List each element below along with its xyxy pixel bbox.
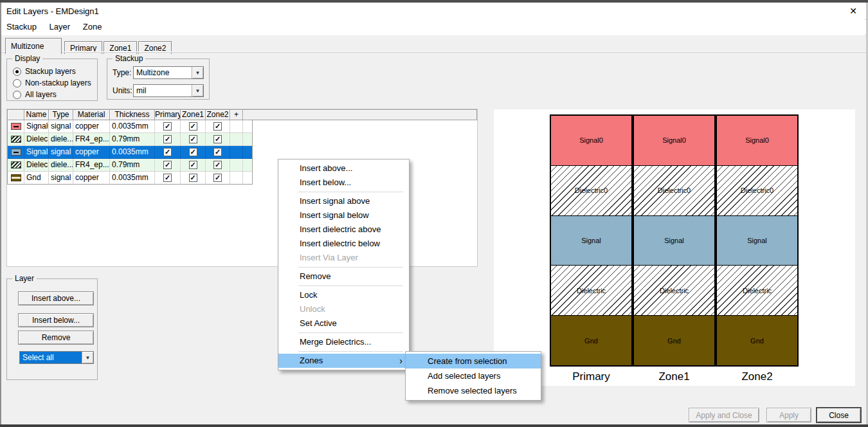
chevron-down-icon[interactable]: ▼ [82,352,93,363]
display-groupbox: Display Stackup layers Non-stackup layer… [6,59,98,101]
insert-above-button[interactable]: Insert above... [18,291,94,305]
menu-item-lock[interactable]: Lock [278,288,409,302]
menu-stackup[interactable]: Stackup [1,20,42,32]
primary-checkbox[interactable]: ✓ [163,135,172,143]
stackup-units-select[interactable]: mil ▼ [133,84,204,97]
tab-multizone[interactable]: Multizone [5,38,62,54]
select-all-dropdown[interactable]: Select all ▼ [19,351,94,364]
preview-layer-signal0: Signal0 [717,116,797,165]
stackup-type-select[interactable]: Multizone ▼ [133,66,204,79]
display-group-label: Display [12,54,42,63]
menu-item-insert-dielectric-below[interactable]: Insert dielectric below [278,237,409,251]
preview-layer-gnd: Gnd [717,315,797,365]
header-zone2[interactable]: Zone2 [206,110,230,120]
header-add-zone[interactable]: + [230,110,243,120]
close-icon[interactable]: ✕ [849,6,857,16]
header-type[interactable]: Type [49,110,73,120]
chevron-down-icon[interactable]: ▼ [192,85,203,96]
zone1-checkbox[interactable]: ✓ [189,135,197,143]
header-swatch-column[interactable] [8,110,24,120]
zone1-checkbox[interactable]: ✓ [189,161,197,169]
menu-item-remove[interactable]: Remove [278,269,409,284]
layer-context-menu: Insert above... Insert below... Insert s… [278,159,410,370]
cell-name: Dielec... [24,133,49,146]
zone-label-zone2: Zone2 [716,370,799,383]
signal-layer-swatch-icon [11,149,21,156]
cell-thickness: 0.0035mm [110,120,155,133]
table-row-dielectric[interactable]: Dielec... diele... FR4_ep... 0.79mm ✓ ✓ … [8,159,253,172]
tab-zone1[interactable]: Zone1 [104,41,137,54]
primary-checkbox[interactable]: ✓ [163,174,172,182]
header-filler [243,110,477,120]
radio-stackup-layers[interactable]: Stackup layers [7,66,97,77]
menu-item-insert-dielectric-above[interactable]: Insert dielectric above [278,223,409,237]
menu-item-insert-via-layer: Insert Via Layer [278,251,409,265]
menu-item-insert-signal-below[interactable]: Insert signal below [278,208,409,223]
menu-item-create-from-selection[interactable]: Create from selection [406,354,541,368]
cell-name: Signal [24,146,49,159]
chevron-down-icon[interactable]: ▼ [192,67,203,78]
header-zone1[interactable]: Zone1 [181,110,206,120]
menu-item-set-active[interactable]: Set Active [278,316,409,331]
preview-layer-dielectric0: Dielectric0 [551,165,631,215]
radio-non-stackup-layers[interactable]: Non-stackup layers [7,77,97,89]
zone1-checkbox[interactable]: ✓ [189,122,197,131]
preview-layer-dielectric: Dielectric [634,265,714,315]
table-row-signal0[interactable]: Signal0 signal copper 0.0035mm ✓ ✓ ✓ [8,120,253,133]
menu-separator [298,267,403,268]
cell-material: copper [73,146,110,159]
preview-layer-gnd: Gnd [551,315,631,365]
menu-item-insert-below[interactable]: Insert below... [278,176,409,190]
menu-item-remove-selected-layers[interactable]: Remove selected layers [406,383,541,398]
zone-label-zone1: Zone1 [633,370,716,383]
insert-below-button[interactable]: Insert below... [18,313,94,327]
menu-layer[interactable]: Layer [44,20,76,32]
gnd-layer-swatch-icon [11,174,21,181]
primary-checkbox[interactable]: ✓ [163,122,172,131]
stackup-preview-panel: Signal0 Dielectric0 Signal Dielectric Gn… [494,109,855,386]
zone2-checkbox[interactable]: ✓ [213,135,222,143]
preview-column-zone1: Signal0 Dielectric0 Signal Dielectric Gn… [633,114,716,367]
primary-checkbox[interactable]: ✓ [163,148,172,156]
table-row-dielectric0[interactable]: Dielec... diele... FR4_ep... 0.79mm ✓ ✓ … [8,133,253,146]
header-primary[interactable]: Primary [155,110,181,120]
zone1-checkbox[interactable]: ✓ [189,148,197,156]
menu-zone[interactable]: Zone [78,20,107,32]
zone2-checkbox[interactable]: ✓ [213,122,222,131]
cell-material: FR4_ep... [73,133,110,146]
close-button[interactable]: Close [816,407,862,423]
header-thickness[interactable]: Thickness [110,110,155,120]
titlebar: Edit Layers - EMDesign1 ✕ [1,3,866,19]
cell-type: diele... [49,133,73,146]
menu-item-insert-above[interactable]: Insert above... [278,161,409,176]
zone1-checkbox[interactable]: ✓ [189,174,197,182]
remove-button[interactable]: Remove [18,331,94,345]
stackup-type-value: Multizone [134,68,192,77]
window-title: Edit Layers - EMDesign1 [6,6,99,16]
preview-layer-gnd: Gnd [634,315,714,365]
primary-checkbox[interactable]: ✓ [163,161,172,169]
table-row-signal-selected[interactable]: Signal signal copper 0.0035mm ✓ ✓ ✓ [8,146,253,159]
menu-item-merge-dielectrics[interactable]: Merge Dielectrics... [278,335,409,349]
table-row-gnd[interactable]: Gnd signal copper 0.0035mm ✓ ✓ ✓ [8,172,253,185]
tab-zone2[interactable]: Zone2 [138,41,172,54]
zone2-checkbox[interactable]: ✓ [213,148,222,156]
cell-thickness: 0.79mm [110,133,155,146]
cell-type: diele... [49,159,73,172]
menu-item-zones[interactable]: Zones › [278,354,409,368]
menu-item-add-selected-layers[interactable]: Add selected layers [406,368,541,383]
radio-unselected-icon[interactable] [13,79,21,87]
type-label: Type: [113,68,131,77]
radio-unselected-icon[interactable] [13,91,21,99]
zone2-checkbox[interactable]: ✓ [213,161,222,169]
menu-item-unlock: Unlock [278,302,409,316]
menu-item-insert-signal-above[interactable]: Insert signal above [278,194,409,208]
zone2-checkbox[interactable]: ✓ [213,174,222,182]
header-material[interactable]: Material [73,110,110,120]
radio-all-layers[interactable]: All layers [7,89,97,100]
preview-layer-dielectric0: Dielectric0 [717,165,797,215]
header-name[interactable]: Name [24,110,49,120]
radio-selected-icon[interactable] [13,68,21,76]
layer-table-body: Signal0 signal copper 0.0035mm ✓ ✓ ✓ Die… [7,120,253,185]
tab-primary[interactable]: Primary [64,41,102,54]
